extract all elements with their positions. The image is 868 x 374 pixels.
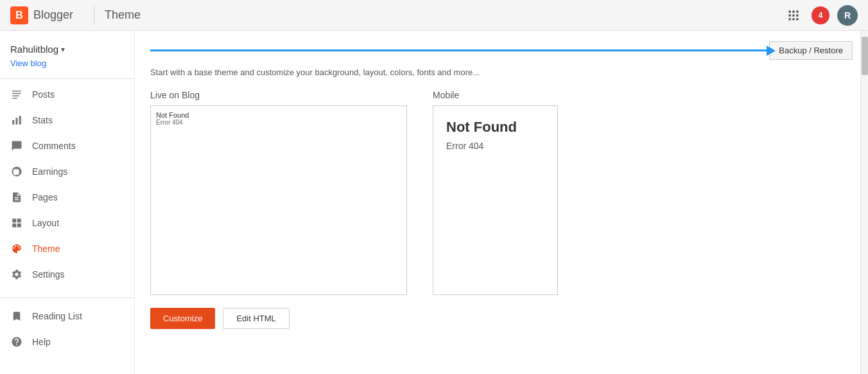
mobile-preview-frame: Not Found Error 404 [433, 105, 558, 295]
mobile-not-found-sub: Error 404 [446, 141, 544, 151]
theme-label: Theme [32, 244, 60, 254]
sidebar-item-stats[interactable]: Stats [0, 107, 134, 133]
svg-rect-0 [789, 10, 791, 12]
sidebar-item-earnings[interactable]: Earnings [0, 159, 134, 184]
arrow-annotation [150, 46, 776, 56]
sidebar-bottom: Reading List Help [0, 298, 134, 355]
svg-rect-5 [796, 14, 798, 16]
reading-list-icon [10, 310, 23, 323]
brand-name: Blogger [33, 8, 73, 22]
description-text: Start with a base theme and customize yo… [150, 67, 853, 77]
notification-badge[interactable]: 4 [812, 6, 829, 24]
page-title: Theme [105, 8, 783, 22]
live-preview-frame: Not Found Error 404 [150, 105, 407, 295]
svg-rect-4 [792, 14, 794, 16]
earnings-label: Earnings [32, 166, 67, 177]
sidebar-divider-top [0, 78, 134, 79]
svg-rect-15 [19, 116, 21, 125]
app-header: B Blogger Theme 4 R [0, 0, 868, 31]
svg-rect-9 [12, 91, 21, 92]
svg-rect-1 [792, 10, 794, 12]
svg-rect-3 [789, 14, 791, 16]
posts-icon [10, 88, 23, 101]
header-divider [94, 6, 94, 24]
pages-icon [10, 191, 23, 204]
help-label: Help [32, 337, 51, 347]
live-preview-col: Live on Blog Not Found Error 404 [150, 90, 407, 295]
svg-rect-14 [16, 118, 18, 125]
svg-rect-8 [796, 18, 798, 20]
app-layout: Rahulitblog ▾ View blog Posts Sta [0, 31, 868, 374]
pages-label: Pages [32, 192, 58, 202]
posts-label: Posts [32, 89, 55, 100]
sidebar-item-help[interactable]: Help [0, 329, 134, 355]
mobile-label: Mobile [433, 90, 558, 100]
live-not-found-content: Not Found Error 404 [151, 106, 406, 131]
mobile-not-found-title: Not Found [446, 119, 544, 136]
comments-label: Comments [32, 141, 76, 151]
logo-area: B Blogger [10, 6, 73, 24]
sidebar: Rahulitblog ▾ View blog Posts Sta [0, 31, 135, 374]
action-buttons: Customize Edit HTML [150, 308, 853, 329]
live-not-found-title: Not Found [156, 111, 401, 119]
svg-rect-12 [12, 98, 17, 99]
blogger-logo-icon: B [10, 6, 28, 24]
blog-name-row[interactable]: Rahulitblog ▾ [0, 39, 134, 57]
stats-icon [10, 114, 23, 127]
sidebar-item-posts[interactable]: Posts [0, 82, 134, 107]
preview-section: Live on Blog Not Found Error 404 Mobile … [150, 90, 853, 295]
scrollbar-track[interactable] [860, 31, 868, 374]
settings-label: Settings [32, 269, 65, 280]
user-avatar[interactable]: R [837, 5, 858, 26]
blog-dropdown-icon: ▾ [61, 45, 65, 54]
grid-menu-icon[interactable] [783, 5, 804, 26]
live-not-found-sub: Error 404 [156, 119, 401, 126]
blog-name: Rahulitblog [10, 44, 58, 55]
view-blog-link[interactable]: View blog [0, 57, 134, 76]
layout-icon [10, 217, 23, 229]
main-content: Backup / Restore Start with a base theme… [135, 31, 868, 374]
comments-icon [10, 139, 23, 152]
theme-icon [10, 242, 23, 255]
svg-rect-7 [792, 18, 794, 20]
help-icon [10, 335, 23, 348]
mobile-not-found-content: Not Found Error 404 [433, 106, 557, 164]
sidebar-item-layout[interactable]: Layout [0, 210, 134, 236]
live-on-blog-label: Live on Blog [150, 90, 407, 100]
edit-html-button[interactable]: Edit HTML [223, 308, 289, 329]
reading-list-label: Reading List [32, 311, 82, 321]
sidebar-item-comments[interactable]: Comments [0, 133, 134, 159]
sidebar-item-settings[interactable]: Settings [0, 262, 134, 287]
settings-icon [10, 268, 23, 281]
header-actions: 4 R [783, 5, 858, 26]
top-bar: Backup / Restore [150, 41, 853, 60]
svg-rect-6 [789, 18, 791, 20]
svg-rect-11 [12, 96, 19, 97]
svg-rect-10 [12, 93, 21, 94]
customize-button[interactable]: Customize [150, 308, 215, 329]
stats-label: Stats [32, 115, 53, 125]
scrollbar-thumb[interactable] [862, 37, 868, 75]
arrow-line [150, 49, 767, 51]
svg-rect-13 [12, 120, 14, 125]
earnings-icon [10, 165, 23, 178]
sidebar-item-pages[interactable]: Pages [0, 184, 134, 210]
backup-restore-button[interactable]: Backup / Restore [769, 41, 853, 60]
sidebar-item-theme[interactable]: Theme [0, 236, 134, 262]
layout-label: Layout [32, 218, 59, 228]
arrow-head [767, 46, 776, 56]
sidebar-item-reading-list[interactable]: Reading List [0, 303, 134, 329]
svg-rect-2 [796, 10, 798, 12]
mobile-preview-col: Mobile Not Found Error 404 [433, 90, 558, 295]
